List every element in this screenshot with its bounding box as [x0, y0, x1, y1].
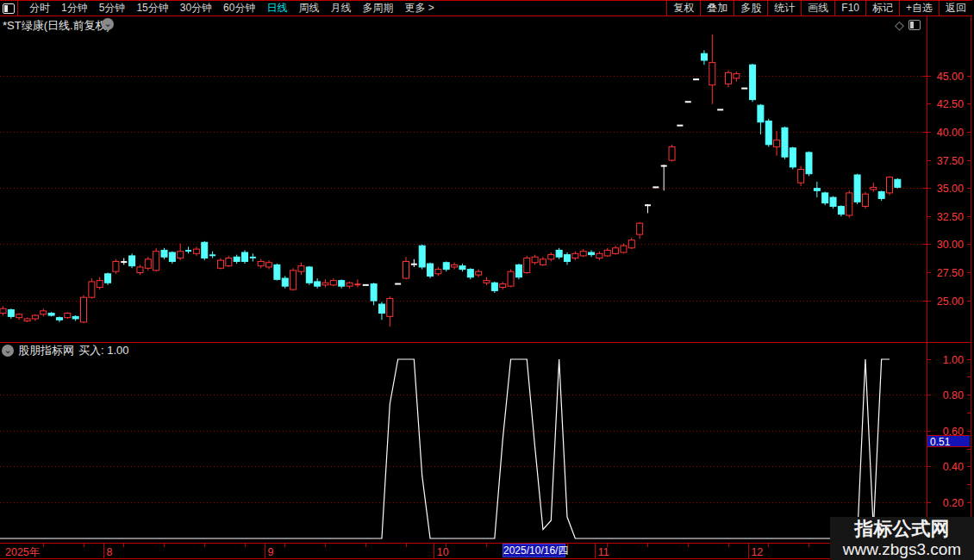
candle [500, 282, 506, 289]
candle [129, 253, 135, 268]
indicator-title-row: ⌄ 股朋指标网 买入: 1.00 [2, 344, 129, 358]
candle [217, 258, 223, 270]
candle [32, 314, 38, 321]
candle [193, 246, 199, 255]
candle [428, 263, 434, 278]
candle [452, 263, 458, 270]
candle [202, 241, 208, 260]
candle [750, 64, 756, 102]
candle [814, 182, 820, 197]
candle [266, 260, 272, 269]
indicator-signal-value: 买入: 1.00 [78, 343, 129, 358]
candle [48, 312, 54, 316]
candle [637, 222, 643, 240]
candle [604, 248, 610, 257]
crosshair-date-badge: 2025/10/16/四 [503, 544, 565, 557]
candle [878, 190, 884, 201]
month-label: 12 [751, 546, 763, 558]
candle [790, 146, 796, 169]
candle [16, 313, 22, 320]
candle [628, 238, 634, 249]
signal-axis-label: 0.80 [943, 389, 964, 401]
candle [854, 174, 860, 204]
candle [734, 72, 740, 82]
candle [709, 34, 715, 104]
price-axis-label: 30.00 [937, 239, 964, 251]
candle [330, 278, 336, 286]
candle [669, 145, 675, 162]
candle [315, 278, 321, 289]
candle [161, 248, 167, 259]
month-label: 11 [598, 546, 609, 558]
price-axis-label: 45.00 [937, 71, 964, 83]
candle [8, 308, 14, 319]
candle [798, 166, 804, 186]
candle [282, 276, 288, 288]
candle [701, 50, 707, 65]
candle [467, 268, 473, 279]
price-axis-label: 42.50 [937, 98, 964, 110]
candle [403, 257, 409, 279]
candle [822, 192, 828, 206]
app-window: 分时1分钟5分钟15分钟30分钟60分钟日线周线月线多周期更多 > 复权叠加多股… [0, 0, 974, 560]
candle [242, 250, 248, 264]
candle [484, 277, 490, 285]
candle [491, 282, 497, 293]
candle [298, 263, 304, 275]
watermark-url: www.zbgs3.com [830, 540, 974, 559]
candle [378, 302, 384, 320]
candle [322, 279, 328, 287]
candle [726, 71, 732, 88]
candle [105, 272, 111, 284]
candle [56, 316, 62, 322]
candlestick-chart: 45.0042.5040.0037.5035.0032.5030.0027.50… [0, 0, 974, 560]
chevron-down-icon[interactable]: ⌄ [2, 345, 14, 357]
candle [443, 261, 449, 271]
candle [435, 267, 441, 276]
candle [645, 204, 651, 213]
candle [371, 283, 377, 305]
candle [274, 264, 280, 281]
candle [887, 176, 893, 195]
indicator-source: 股朋指标网 [18, 343, 74, 358]
candle [250, 253, 256, 261]
site-watermark: 指标公式网 www.zbgs3.com [830, 517, 974, 560]
candle [846, 190, 852, 217]
candle [476, 270, 482, 277]
candle [548, 252, 554, 261]
candle [532, 255, 538, 265]
candle [515, 264, 521, 279]
candle [895, 178, 901, 189]
price-axis-label: 35.00 [937, 183, 964, 195]
price-axis-label: 27.50 [937, 267, 964, 279]
candle [209, 252, 215, 258]
candle [774, 131, 780, 156]
year-label: 2025年 [5, 546, 40, 558]
candle [830, 196, 836, 208]
candle [89, 278, 95, 298]
candle [178, 244, 184, 261]
candle [347, 282, 353, 289]
candle [72, 315, 78, 321]
candle [97, 277, 103, 289]
candle [234, 255, 240, 264]
candle [113, 259, 119, 274]
candle [226, 256, 232, 267]
candle [862, 192, 868, 209]
candle [580, 249, 586, 257]
month-label: 9 [267, 546, 273, 558]
signal-line [0, 359, 890, 538]
candle [556, 248, 562, 259]
candle [524, 256, 530, 274]
candle [65, 312, 71, 319]
price-axis-label: 32.50 [937, 211, 964, 223]
crosshair-value-badge: 0.51 [927, 435, 970, 447]
month-label: 10 [437, 546, 449, 558]
candle [765, 119, 771, 147]
candle [596, 252, 603, 260]
candle [565, 252, 571, 264]
candle [419, 245, 425, 270]
price-axis-label: 40.00 [937, 127, 964, 139]
signal-axis-label: 0.40 [943, 461, 964, 473]
watermark-title: 指标公式网 [830, 518, 974, 540]
